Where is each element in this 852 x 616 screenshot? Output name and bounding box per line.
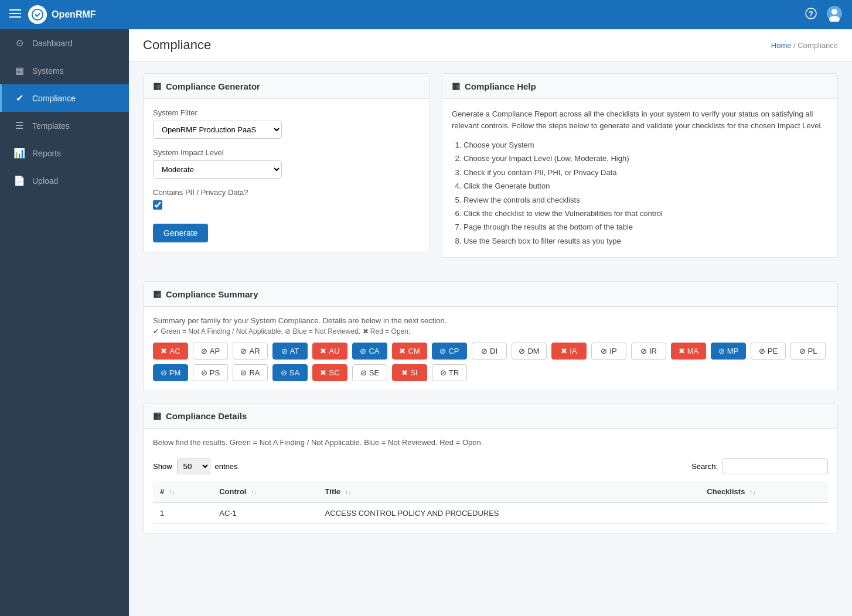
pii-checkbox[interactable] bbox=[153, 200, 162, 210]
col-control[interactable]: Control ↑↓ bbox=[212, 481, 318, 502]
summary-grid-icon: ▦ bbox=[153, 289, 161, 299]
page-title: Compliance bbox=[143, 37, 211, 53]
system-filter-select[interactable]: OpenRMF Production PaaS bbox=[153, 121, 282, 139]
reports-icon: 📊 bbox=[13, 148, 25, 159]
badge-label: IP bbox=[609, 347, 616, 355]
badge-grid: ✖ AC⊘ AP⊘ AR⊘ AT✖ AU⊘ CA✖ CM⊘ CP⊘ DI⊘ DM… bbox=[153, 343, 828, 381]
help-icon[interactable]: ? bbox=[805, 8, 817, 22]
sidebar-item-upload[interactable]: 📄 Upload bbox=[0, 167, 129, 194]
compliance-badge-ia[interactable]: ✖ IA bbox=[551, 343, 587, 360]
badge-icon: ⊘ bbox=[799, 347, 806, 355]
compliance-badge-sc[interactable]: ✖ SC bbox=[312, 364, 347, 381]
compliance-badge-sa[interactable]: ⊘ SA bbox=[272, 364, 308, 381]
sidebar-item-dashboard[interactable]: ⊙ Dashboard bbox=[0, 29, 129, 57]
show-label: Show bbox=[153, 462, 172, 471]
badge-label: CP bbox=[448, 347, 459, 355]
help-step: Choose your System bbox=[464, 138, 828, 152]
system-filter-group: System Filter OpenRMF Production PaaS bbox=[153, 108, 420, 139]
badge-icon: ✖ bbox=[401, 368, 408, 377]
help-step: Page through the results at the bottom o… bbox=[464, 220, 828, 234]
badge-icon: ✖ bbox=[320, 368, 326, 377]
badge-label: SE bbox=[369, 368, 379, 377]
help-step: Choose your Impact Level (Low, Moderate,… bbox=[464, 152, 828, 165]
badge-label: PL bbox=[808, 347, 817, 355]
col-title[interactable]: Title ↑↓ bbox=[318, 481, 700, 502]
badge-label: CA bbox=[369, 347, 379, 355]
badge-label: CM bbox=[408, 347, 420, 355]
compliance-badge-ip[interactable]: ⊘ IP bbox=[591, 343, 626, 360]
compliance-badge-ps[interactable]: ⊘ PS bbox=[193, 364, 228, 381]
breadcrumb-current: Compliance bbox=[798, 41, 838, 50]
impact-level-select[interactable]: Low Moderate High bbox=[153, 160, 282, 179]
sidebar-item-reports[interactable]: 📊 Reports bbox=[0, 139, 129, 167]
compliance-badge-ir[interactable]: ⊘ IR bbox=[631, 343, 666, 360]
col-num[interactable]: # ↑↓ bbox=[153, 481, 212, 502]
search-label: Search: bbox=[691, 462, 718, 471]
compliance-badge-ap[interactable]: ⊘ AP bbox=[193, 343, 228, 360]
show-select[interactable]: 10 25 50 100 bbox=[177, 458, 210, 474]
compliance-badge-au[interactable]: ✖ AU bbox=[312, 343, 347, 360]
badge-label: MA bbox=[687, 347, 699, 355]
compliance-table: # ↑↓ Control ↑↓ Title ↑↓ Checklists ↑↓ 1… bbox=[153, 481, 828, 524]
user-avatar[interactable] bbox=[826, 5, 843, 25]
upload-icon: 📄 bbox=[13, 175, 25, 186]
badge-label: PE bbox=[768, 347, 778, 355]
dashboard-icon: ⊙ bbox=[13, 37, 25, 49]
compliance-details-card: ▦ Compliance Details Below find the resu… bbox=[143, 403, 838, 534]
compliance-badge-ar[interactable]: ⊘ AR bbox=[233, 343, 268, 360]
compliance-badge-pl[interactable]: ⊘ PL bbox=[790, 343, 826, 360]
compliance-badge-se[interactable]: ⊘ SE bbox=[352, 364, 387, 381]
badge-label: IR bbox=[649, 347, 657, 355]
cell-title: ACCESS CONTROL POLICY AND PROCEDURES bbox=[318, 502, 700, 524]
help-step: Check if you contain PII, PHI, or Privac… bbox=[464, 166, 828, 179]
compliance-badge-ma[interactable]: ✖ MA bbox=[671, 343, 706, 360]
app-name: OpenRMF bbox=[52, 9, 96, 20]
generator-grid-icon: ▦ bbox=[153, 81, 161, 91]
help-grid-icon: ▦ bbox=[452, 81, 460, 91]
badge-label: DI bbox=[490, 347, 497, 355]
compliance-generator-header: ▦ Compliance Generator bbox=[144, 74, 430, 99]
breadcrumb-home[interactable]: Home bbox=[771, 41, 792, 50]
sidebar-label-upload: Upload bbox=[32, 176, 58, 186]
badge-icon: ⊘ bbox=[640, 347, 647, 355]
badge-icon: ⊘ bbox=[360, 368, 367, 377]
compliance-generator-card: ▦ Compliance Generator System Filter Ope… bbox=[143, 73, 430, 252]
compliance-badge-pm[interactable]: ⊘ PM bbox=[153, 364, 188, 381]
svg-text:?: ? bbox=[809, 9, 813, 18]
badge-icon: ⊘ bbox=[240, 368, 247, 377]
help-steps-list: Choose your SystemChoose your Impact Lev… bbox=[452, 138, 828, 248]
compliance-badge-dm[interactable]: ⊘ DM bbox=[512, 343, 547, 360]
generate-button[interactable]: Generate bbox=[153, 224, 208, 242]
compliance-badge-mp[interactable]: ⊘ MP bbox=[711, 343, 746, 360]
badge-icon: ⊘ bbox=[201, 368, 207, 377]
svg-rect-0 bbox=[9, 9, 21, 11]
col-checklists[interactable]: Checklists ↑↓ bbox=[700, 481, 828, 502]
compliance-badge-tr[interactable]: ⊘ TR bbox=[432, 364, 467, 381]
compliance-badge-ra[interactable]: ⊘ RA bbox=[233, 364, 268, 381]
compliance-badge-pe[interactable]: ⊘ PE bbox=[751, 343, 786, 360]
compliance-badge-ca[interactable]: ⊘ CA bbox=[352, 343, 387, 360]
badge-label: AU bbox=[329, 347, 339, 355]
hamburger-icon[interactable] bbox=[9, 8, 21, 22]
sidebar-item-compliance[interactable]: ✔ Compliance bbox=[0, 84, 129, 112]
sidebar-item-templates[interactable]: ☰ Templates bbox=[0, 112, 129, 139]
badge-label: SA bbox=[289, 368, 299, 377]
sidebar-item-systems[interactable]: ▦ Systems bbox=[0, 57, 129, 84]
badge-icon: ✖ bbox=[320, 347, 326, 355]
compliance-badge-si[interactable]: ✖ SI bbox=[392, 364, 427, 381]
compliance-badge-at[interactable]: ⊘ AT bbox=[272, 343, 308, 360]
svg-rect-1 bbox=[9, 13, 21, 14]
compliance-badge-cm[interactable]: ✖ CM bbox=[392, 343, 427, 360]
badge-label: AP bbox=[210, 347, 220, 355]
compliance-badge-cp[interactable]: ⊘ CP bbox=[432, 343, 467, 360]
compliance-help-header: ▦ Compliance Help bbox=[442, 74, 837, 99]
badge-icon: ⊘ bbox=[360, 347, 366, 355]
compliance-badge-di[interactable]: ⊘ DI bbox=[472, 343, 507, 360]
compliance-badge-ac[interactable]: ✖ AC bbox=[153, 343, 188, 360]
details-grid-icon: ▦ bbox=[153, 410, 161, 421]
search-input[interactable] bbox=[723, 458, 828, 474]
details-subtitle: Below find the results. Green = Not A Fi… bbox=[153, 438, 828, 447]
badge-icon: ⊘ bbox=[201, 347, 207, 355]
search-box: Search: bbox=[691, 458, 828, 474]
badge-icon: ⊘ bbox=[519, 347, 525, 355]
